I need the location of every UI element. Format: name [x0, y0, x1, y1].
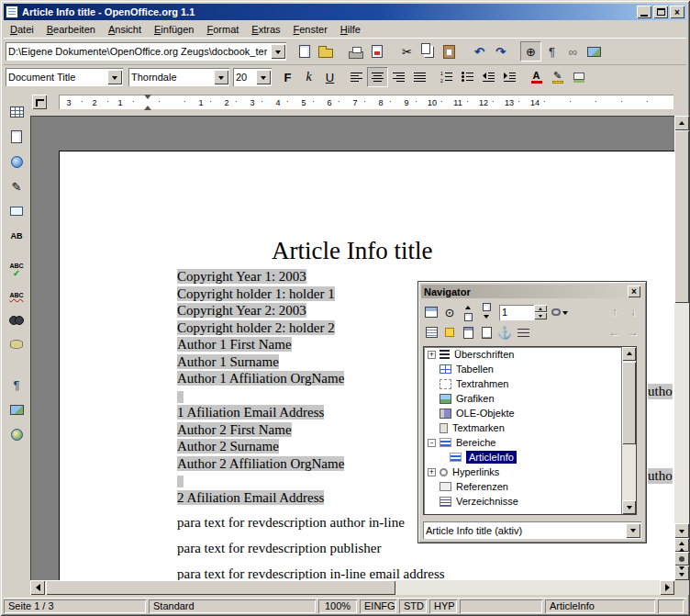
align-left-button[interactable]	[346, 67, 367, 87]
header-button[interactable]	[459, 324, 477, 342]
insert-fields-button[interactable]	[6, 126, 28, 148]
tree-item-verzeichnisse[interactable]: Verzeichnisse	[424, 494, 636, 509]
page-number-value[interactable]: 1	[499, 305, 534, 320]
outline-level-button[interactable]	[514, 324, 532, 342]
navigation-toolbox-button[interactable]	[674, 552, 689, 566]
graphics-onoff-button[interactable]	[6, 398, 28, 420]
new-document-button[interactable]	[294, 41, 315, 62]
status-zoom[interactable]: 100%	[318, 599, 357, 613]
maximize-button[interactable]	[653, 6, 668, 18]
paste-button[interactable]	[439, 41, 460, 62]
background-color-button[interactable]	[568, 67, 589, 87]
scroll-up-button[interactable]	[674, 116, 689, 130]
previous-page-nav-button[interactable]	[674, 538, 689, 552]
navigator-title-bar[interactable]: Navigator ×	[421, 285, 643, 298]
online-layout-button[interactable]	[6, 423, 28, 445]
edit-autotext-button[interactable]: AB	[6, 225, 28, 247]
toggle-button[interactable]	[422, 304, 440, 321]
underline-button[interactable]: U	[319, 67, 340, 87]
tree-item-ole-objekte[interactable]: OLE-Objekte	[424, 406, 636, 420]
set-reminder-button[interactable]	[440, 324, 459, 342]
size-dropdown-button[interactable]	[256, 70, 271, 84]
next-page-button[interactable]	[477, 304, 495, 321]
menu-extras[interactable]: Extras	[245, 22, 286, 37]
spellcheck-button[interactable]: ABC✓	[6, 259, 28, 281]
open-documents-combo[interactable]: Article Info title (aktiv)	[423, 521, 641, 539]
font-size-combo[interactable]: 20	[233, 68, 272, 86]
url-dropdown-button[interactable]	[271, 44, 285, 59]
demote-level-button[interactable]: →	[624, 324, 642, 342]
tree-item-grafiken[interactable]: Grafiken	[424, 391, 636, 406]
nonprinting-characters-button[interactable]: ¶	[6, 374, 28, 396]
collapse-icon[interactable]: -	[428, 439, 436, 447]
demote-chapter-button[interactable]: ↓	[624, 304, 642, 321]
close-button[interactable]: ×	[670, 6, 684, 18]
tab-stop-selector[interactable]	[32, 95, 47, 109]
spin-up-button[interactable]	[534, 305, 547, 312]
promote-chapter-button[interactable]: ↑	[606, 304, 624, 321]
document-title-text[interactable]: Article Info title	[272, 237, 432, 265]
redo-button[interactable]: ↷	[490, 41, 511, 62]
expander-icon[interactable]: +	[428, 468, 436, 476]
align-right-button[interactable]	[388, 67, 409, 87]
font-name-combo[interactable]: Thorndale	[128, 68, 229, 86]
status-insert-mode[interactable]: EINFG	[360, 599, 396, 613]
menu-format[interactable]: Format	[200, 22, 245, 37]
horizontal-scrollbar[interactable]	[30, 580, 674, 595]
decrease-indent-button[interactable]	[478, 67, 499, 87]
hyperlink-dialog-button[interactable]: ∞	[562, 41, 584, 62]
menu-ansicht[interactable]: Ansicht	[102, 22, 148, 37]
promote-level-button[interactable]: ←	[606, 324, 624, 342]
minimize-button[interactable]	[637, 6, 651, 18]
horizontal-ruler[interactable]: 3 2 1 1 2 3 4 5 6 7 8 9 10 11 12 13 14	[30, 90, 674, 115]
vscroll-thumb[interactable]	[674, 130, 689, 303]
stylist-button[interactable]: ¶	[541, 41, 562, 62]
highlighting-button[interactable]: ✎	[547, 67, 568, 87]
navigator-close-button[interactable]: ×	[628, 286, 640, 297]
print-button[interactable]	[345, 41, 366, 62]
tree-item-bereiche[interactable]: - Bereiche	[424, 435, 636, 450]
content-view-button[interactable]	[422, 324, 440, 342]
style-dropdown-button[interactable]	[107, 70, 122, 84]
menu-datei[interactable]: Datei	[4, 22, 40, 37]
navigator-button[interactable]: ⊕	[520, 41, 541, 62]
numbering-button[interactable]: 12	[436, 67, 457, 87]
align-center-button[interactable]	[367, 67, 388, 87]
left-indent-marker[interactable]	[144, 102, 151, 110]
gallery-button[interactable]	[584, 41, 605, 62]
auto-spellcheck-button[interactable]: ABC	[6, 284, 28, 306]
status-page[interactable]: Seite 1 / 3	[4, 599, 146, 613]
navigation-button[interactable]: ⊙	[440, 304, 459, 321]
tree-scrollbar[interactable]	[621, 347, 636, 514]
insert-button[interactable]	[6, 101, 28, 123]
bullets-button[interactable]	[457, 67, 478, 87]
scrollbar-thumb[interactable]	[622, 362, 636, 444]
export-pdf-button[interactable]	[366, 41, 387, 62]
tree-item-ueberschriften[interactable]: + Überschriften	[424, 347, 636, 362]
tree-item-hyperlinks[interactable]: + Hyperlinks	[424, 465, 636, 479]
tree-item-articleinfo[interactable]: ArticleInfo	[424, 450, 636, 465]
expander-icon[interactable]: +	[428, 351, 436, 359]
status-hyperlink-mode[interactable]: HYP	[429, 599, 457, 613]
copy-button[interactable]	[417, 41, 439, 62]
open-button[interactable]	[315, 41, 336, 62]
url-input[interactable]	[8, 46, 267, 57]
italic-button[interactable]: k	[298, 67, 319, 87]
scroll-down-button[interactable]	[622, 500, 636, 514]
bold-button[interactable]: F	[277, 67, 298, 87]
text-fragment[interactable]: utho	[648, 468, 673, 484]
form-functions-button[interactable]	[6, 200, 28, 222]
text-fragment[interactable]: utho	[648, 384, 673, 399]
paragraph-style-combo[interactable]: Document Title	[6, 68, 123, 86]
find-replace-button[interactable]	[6, 308, 28, 330]
data-sources-button[interactable]	[6, 333, 28, 355]
hscroll-thumb[interactable]	[46, 580, 395, 595]
font-color-button[interactable]: A	[526, 67, 547, 87]
paragraph-line[interactable]: para text for revdescription in-line ema…	[177, 557, 673, 580]
draw-functions-button[interactable]: ✎	[6, 175, 28, 197]
documents-dropdown-button[interactable]	[626, 523, 640, 538]
font-dropdown-button[interactable]	[214, 70, 228, 84]
footer-button[interactable]	[477, 324, 495, 342]
next-page-nav-button[interactable]	[674, 566, 689, 580]
insert-objects-button[interactable]	[6, 151, 28, 173]
